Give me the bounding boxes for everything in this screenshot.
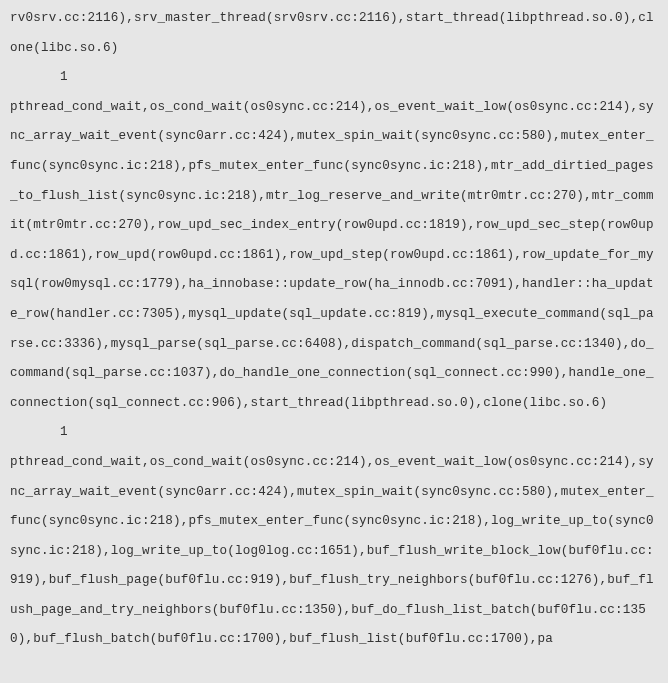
stack-trace-output: rv0srv.cc:2116),srv_master_thread(srv0sr… xyxy=(0,0,668,665)
stack-trace-block: pthread_cond_wait,os_cond_wait(os0sync.c… xyxy=(10,448,658,655)
stack-trace-block: pthread_cond_wait,os_cond_wait(os0sync.c… xyxy=(10,93,658,419)
occurrence-count: 1 xyxy=(10,63,658,93)
occurrence-count: 1 xyxy=(10,418,658,448)
stack-trace-block: rv0srv.cc:2116),srv_master_thread(srv0sr… xyxy=(10,4,658,63)
